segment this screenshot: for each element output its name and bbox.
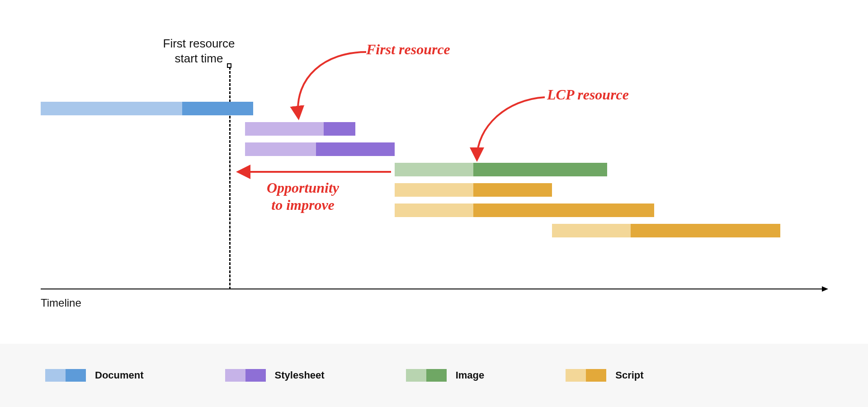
legend-label: Document (95, 369, 144, 381)
bar-segment-light (395, 163, 473, 176)
marker-label-text: First resourcestart time (163, 37, 235, 65)
bar-segment-light (245, 142, 316, 156)
annotation-first-resource: First resource (366, 41, 450, 58)
bar-image (395, 163, 607, 176)
swatch-light (225, 369, 245, 382)
bar-segment-dark (473, 204, 654, 217)
legend-label: Script (615, 369, 643, 381)
legend-item-script: Script (566, 369, 643, 382)
bar-segment-light (41, 102, 182, 115)
swatch-light (566, 369, 586, 382)
bar-segment-light (395, 204, 473, 217)
bar-segment-dark (182, 102, 253, 115)
bar-segment-dark (631, 224, 780, 237)
bar-segment-dark (316, 142, 395, 156)
bar-stylesheet-1 (245, 122, 355, 136)
legend-item-document: Document (45, 369, 144, 382)
swatch-document (45, 369, 86, 382)
waterfall-chart: Timeline First resourcestart time First … (41, 36, 827, 289)
annotation-lcp-resource: LCP resource (547, 86, 629, 103)
swatch-light (45, 369, 66, 382)
swatch-dark (245, 369, 266, 382)
bar-script-1 (395, 183, 552, 197)
bar-segment-dark (473, 163, 607, 176)
legend-item-stylesheet: Stylesheet (225, 369, 325, 382)
bar-segment-light (552, 224, 631, 237)
bar-document (41, 102, 253, 115)
swatch-dark (426, 369, 447, 382)
first-resource-marker-line (229, 67, 231, 289)
arrow-first-resource (298, 52, 366, 117)
bar-segment-dark (473, 183, 552, 197)
bar-stylesheet-2 (245, 142, 395, 156)
axis-arrow-icon (822, 286, 828, 292)
legend-label: Stylesheet (275, 369, 325, 381)
timeline-axis (41, 289, 827, 289)
bar-segment-dark (324, 122, 355, 136)
swatch-dark (586, 369, 606, 382)
legend: Document Stylesheet Image Script (0, 344, 868, 407)
swatch-script (566, 369, 606, 382)
legend-label: Image (456, 369, 485, 381)
axis-label: Timeline (41, 297, 81, 309)
swatch-image (406, 369, 447, 382)
legend-item-image: Image (406, 369, 485, 382)
swatch-stylesheet (225, 369, 266, 382)
bar-script-2 (395, 204, 654, 217)
arrow-lcp-resource (477, 97, 545, 158)
swatch-light (406, 369, 426, 382)
bar-script-3 (552, 224, 780, 237)
swatch-dark (66, 369, 86, 382)
bar-segment-light (395, 183, 473, 197)
bar-segment-light (245, 122, 324, 136)
first-resource-marker-label: First resourcestart time (163, 36, 235, 66)
annotation-opportunity: Opportunityto improve (267, 179, 339, 214)
